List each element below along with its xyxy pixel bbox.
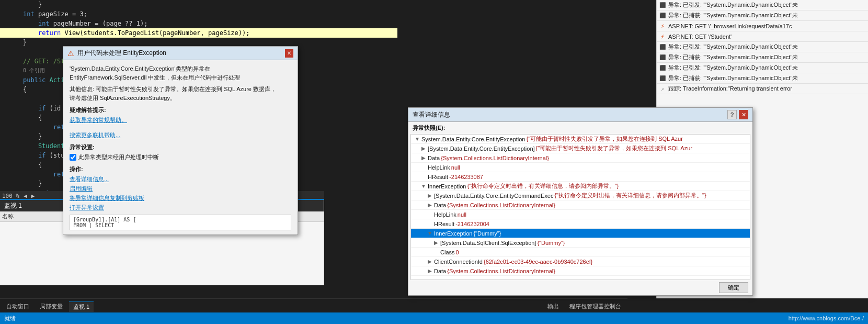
tree-row[interactable]: ▶ [System.Data.Entity.Core.EntityCommand…: [411, 191, 750, 200]
code-line: }: [0, 0, 397, 9]
exc-text: 异常: 已捕获: '"System.Dynamic.DynamicObject"…: [668, 74, 798, 82]
tab-output[interactable]: 输出: [543, 301, 563, 311]
tree-toggle[interactable]: ▶: [427, 193, 433, 198]
exc-text: 异常: 已捕获: '"System.Dynamic.DynamicObject"…: [668, 53, 798, 61]
tree-row[interactable]: ▶ HelpLink null: [411, 163, 750, 172]
tree-toggle[interactable]: ▼: [427, 230, 433, 236]
exception-dialog-title-text: 用户代码未处理 EntityException: [77, 49, 166, 58]
exception-item: ⬛ 异常: 已引发: '"System.Dynamic.DynamicObjec…: [657, 42, 868, 52]
exc-text: 异常: 已引发: '"System.Dynamic.DynamicObject"…: [668, 1, 798, 9]
tree-toggle[interactable]: ▶: [427, 259, 433, 264]
detail-ok-button[interactable]: 确定: [719, 282, 748, 293]
tree-row-selected[interactable]: ▼ InnerException {"Dummy"}: [411, 229, 750, 238]
watch-panel-title: 监视 1: [4, 202, 22, 210]
tree-toggle[interactable]: ▶: [427, 268, 433, 274]
exception-sql-preview: [GroupBy1].[A1] AS [ FROM ( SELECT: [70, 215, 291, 230]
exception-dialog-body: 'System.Data.Entity.Core.EntityException…: [63, 60, 298, 234]
warn-icon: ⚠: [67, 49, 74, 58]
exception-actions-title: 操作:: [70, 165, 291, 173]
exception-dialog-titlebar: ⚠ 用户代码未处理 EntityException ✕: [63, 47, 298, 60]
tree-row[interactable]: ▶ Class 0: [411, 248, 750, 257]
exception-action-enable-edit[interactable]: 启用编辑: [70, 185, 291, 193]
bottom-toolbar: 就绪 http://www.cnblogs.com/Bce-/: [0, 312, 868, 324]
lightning-icon: ⚡: [659, 23, 666, 30]
tree-row[interactable]: ▶ HResult -2146233087: [411, 172, 750, 182]
warning-icon: ⬛: [659, 12, 666, 19]
tree-row[interactable]: ▼ InnerException {"执行命令定义时出错，有关详细信息，请参阅内…: [411, 182, 750, 191]
code-line: int pageSize = 3;: [0, 9, 397, 19]
exception-dialog-title: ⚠ 用户代码未处理 EntityException: [67, 49, 166, 58]
exception-item: ⬛ 异常: 已捕获: '"System.Dynamic.DynamicObjec…: [657, 10, 868, 21]
warning-icon: ⬛: [659, 43, 666, 51]
tree-row[interactable]: ▼ System.Data.Entity.Core.EntityExceptio…: [411, 135, 750, 144]
tab-auto-window[interactable]: 自动窗口: [2, 301, 33, 311]
exception-item: ⚡ ASP.NET: GET '/_browserLink/requestDat…: [657, 21, 868, 31]
tree-row[interactable]: ▶ [System.Data.Entity.Core.EntityExcepti…: [411, 144, 750, 153]
exception-action-copy[interactable]: 将异常详细信息复制到剪贴板: [70, 194, 291, 202]
exception-item: ⬛ 异常: 已引发: '"System.Dynamic.DynamicObjec…: [657, 63, 868, 73]
detail-help-button[interactable]: ?: [727, 110, 737, 119]
tree-row[interactable]: ▶ Data {System.Collections.ListDictionar…: [411, 153, 750, 163]
code-line-highlighted: return View(students.ToPagedList(pageNum…: [0, 28, 397, 38]
tree-toggle[interactable]: ▶: [420, 146, 427, 151]
detail-dialog-footer: 确定: [408, 280, 752, 295]
tree-toggle[interactable]: ▼: [414, 136, 420, 142]
exception-checkbox[interactable]: [70, 154, 76, 161]
detail-section-label: 异常快照(E):: [408, 122, 752, 134]
exception-item: ⬛ 异常: 已捕获: '"System.Dynamic.DynamicObjec…: [657, 52, 868, 63]
exception-search-link[interactable]: 搜索更多联机帮助...: [70, 132, 120, 138]
exception-hints-title: 疑难解答提示:: [70, 106, 291, 114]
detail-dialog-titlebar: 查看详细信息 ? ✕: [408, 108, 752, 122]
exception-item: ⬛ 异常: 已捕获: '"System.Dynamic.DynamicObjec…: [657, 73, 868, 84]
lightning-icon: ⚡: [659, 33, 666, 40]
exc-text: ASP.NET: GET '/_browserLink/requestData/…: [668, 23, 792, 29]
tab-watch1[interactable]: 监视 1: [69, 301, 94, 312]
tree-row[interactable]: ▶ ClientConnectionId {62fa2c01-ec03-49ec…: [411, 257, 750, 266]
exception-action-view-details[interactable]: 查看详细信息...: [70, 175, 291, 183]
exc-text: 异常: 已引发: '"System.Dynamic.DynamicObject"…: [668, 64, 798, 72]
exception-hint-link[interactable]: 获取异常的常规帮助。: [70, 117, 127, 123]
detail-dialog-title: 查看详细信息: [413, 110, 450, 119]
exception-settings-title: 异常设置:: [70, 143, 291, 151]
detail-tree[interactable]: ▼ System.Data.Entity.Core.EntityExceptio…: [410, 134, 750, 280]
exception-checkbox-label: 此异常类型未经用户处理时中断: [78, 153, 159, 161]
warning-icon: ⬛: [659, 75, 666, 82]
exc-text: ASP.NET: GET '/Student': [668, 33, 732, 40]
exception-checkbox-row: 此异常类型未经用户处理时中断: [70, 153, 291, 161]
tree-toggle[interactable]: ▶: [420, 155, 427, 161]
exc-text: 异常: 已捕获: '"System.Dynamic.DynamicObject"…: [668, 12, 798, 19]
exc-text: 异常: 已引发: '"System.Dynamic.DynamicObject"…: [668, 43, 798, 51]
watermark-url: http://www.cnblogs.com/Bce-/: [789, 315, 864, 321]
exception-item: ↗ 跟踪: TraceInformation:"Returning transi…: [657, 84, 868, 94]
exception-action-settings[interactable]: 打开异常设置: [70, 204, 291, 211]
exception-item: ⚡ ASP.NET: GET '/Student': [657, 31, 868, 42]
output-panel: 自动窗口 局部变量 监视 1 输出 程序包管理器控制台: [0, 298, 627, 314]
detail-dialog: 查看详细信息 ? ✕ 异常快照(E): ▼ System.Data.Entity…: [408, 107, 753, 296]
tree-toggle[interactable]: ▶: [427, 202, 433, 208]
exception-dialog: ⚠ 用户代码未处理 EntityException ✕ 'System.Data…: [63, 46, 298, 235]
exception-item: ⬛ 异常: 已引发: '"System.Dynamic.DynamicObjec…: [657, 0, 868, 10]
warning-icon: ⬛: [659, 54, 666, 61]
tab-package-manager[interactable]: 程序包管理器控制台: [565, 301, 625, 311]
status-ready: 就绪: [4, 315, 16, 322]
tree-row[interactable]: ▶ Data {System.Collections.ListDictionar…: [411, 266, 750, 276]
trace-icon: ↗: [659, 85, 666, 93]
zoom-level: 100 %: [2, 193, 19, 199]
detail-dialog-controls: ? ✕: [727, 110, 748, 119]
tab-locals[interactable]: 局部变量: [36, 301, 67, 311]
tree-toggle[interactable]: ▼: [420, 183, 427, 189]
exception-dialog-close-button[interactable]: ✕: [285, 49, 293, 58]
tree-row[interactable]: ▶ Data {System.Collections.ListDictionar…: [411, 200, 750, 210]
detail-close-button[interactable]: ✕: [739, 110, 748, 119]
code-line: int pageNumber = (page ?? 1);: [0, 19, 397, 28]
tree-row[interactable]: ▶ HelpLink null: [411, 210, 750, 219]
tree-toggle[interactable]: ▶: [433, 240, 439, 245]
exc-text: 跟踪: TraceInformation:"Returning transien…: [668, 85, 792, 93]
warning-icon: ⬛: [659, 64, 666, 72]
tree-row[interactable]: ▶ [System.Data.SqlClient.SqlException] {…: [411, 238, 750, 248]
exception-info-text: 其他信息: 可能由于暂时性失败引发了异常。如果您在连接到 SQL Azure 数…: [70, 85, 291, 102]
exception-main-text: 'System.Data.Entity.Core.EntityException…: [70, 64, 291, 82]
tree-row[interactable]: ▶ HResult -2146232004: [411, 219, 750, 229]
warning-icon: ⬛: [659, 2, 666, 9]
